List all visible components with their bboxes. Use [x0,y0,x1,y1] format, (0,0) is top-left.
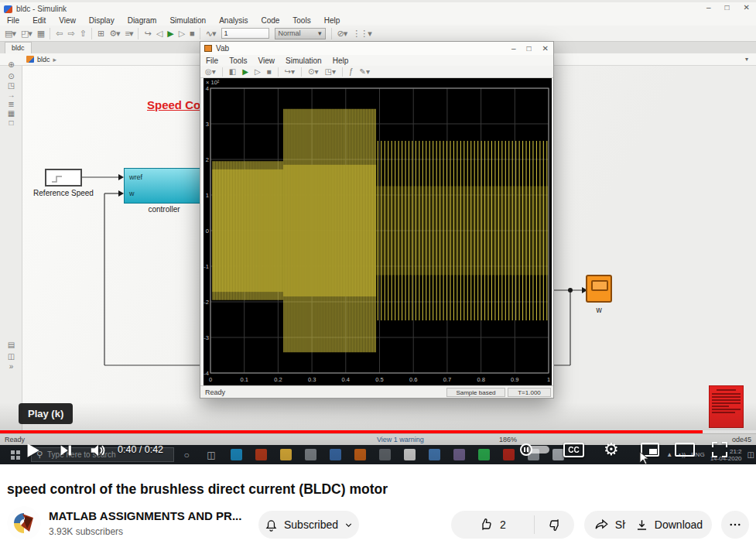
scope-block-w[interactable] [586,275,612,303]
channel-name[interactable]: MATLAB ASSIGNMENTS AND PR... [49,509,241,522]
model-settings-icon[interactable]: ≡▾ [125,29,133,39]
open-model-icon[interactable]: ◰▾ [21,29,32,39]
disable-icon[interactable]: ⊘▾ [337,29,347,39]
scope-block-screen [591,280,608,291]
scope-window-buttons: – □ ✕ [511,44,549,53]
scope-menu-item-help[interactable]: Help [333,56,349,65]
svg-text:0.3: 0.3 [308,376,316,383]
breadcrumb-arrow-icon: ▸ [53,56,57,63]
svg-text:0.2: 0.2 [274,376,282,383]
svg-text:-1: -1 [204,263,209,270]
fullscreen-button[interactable] [712,442,727,457]
signal-icon[interactable]: ∿▾ [206,29,216,39]
bell-icon [264,518,279,532]
next-button[interactable] [57,442,74,459]
annotation-icon[interactable]: ≣ [5,100,18,108]
menu-item-diagram[interactable]: Diagram [128,16,157,25]
signal-route-icon[interactable]: → [5,91,18,99]
area-icon[interactable]: □ [5,118,18,127]
run-icon[interactable]: ▶ [167,29,173,39]
scope-fit-view-icon[interactable]: ◳▾ [324,67,335,76]
scope-trigger-icon[interactable]: ƒ [349,67,354,76]
sim-mode-select[interactable]: Normal▾ [275,28,326,39]
zoom-icon[interactable]: ⊙ [5,72,18,80]
layout-icon[interactable]: ⋮⋮▾ [352,29,371,39]
menu-item-view[interactable]: View [59,16,76,25]
new-model-icon[interactable]: ▤▾ [5,29,15,39]
autoplay-toggle[interactable] [520,443,551,456]
forward-icon[interactable]: ⇨ [67,29,74,39]
fit-view-icon[interactable]: ◳ [5,81,18,90]
library-browser-icon[interactable]: ⊞ [97,29,104,39]
stop-icon[interactable]: ■ [190,29,194,38]
menu-item-display[interactable]: Display [89,16,115,25]
menu-item-help[interactable]: Help [324,16,340,25]
channel-avatar[interactable] [7,506,41,540]
subscribed-button[interactable]: Subscribed [258,511,359,539]
menu-item-file[interactable]: File [7,16,19,25]
chevron-down-icon [344,520,354,530]
maximize-icon[interactable]: □ [527,44,532,53]
simulink-app-icon [4,5,12,13]
image-icon[interactable]: ▦ [5,109,18,118]
scope-window[interactable]: Vab – □ ✕ FileToolsViewSimulationHelp ◎▾… [200,41,554,399]
close-icon[interactable]: ✕ [542,44,549,53]
more-tools-icon[interactable]: » [5,362,18,371]
breadcrumb-dropdown-icon[interactable]: ▾ [745,56,748,63]
up-icon[interactable]: ⇧ [80,29,86,39]
dislike-button[interactable] [534,511,574,539]
scope-menu-item-view[interactable]: View [258,56,275,65]
step-back-icon[interactable]: ◁ [156,29,162,39]
scope-menu-item-file[interactable]: File [206,56,218,65]
theater-button[interactable] [675,443,695,457]
step-signal-icon [51,174,63,183]
scope-settings-icon[interactable]: ◎▾ [205,67,216,76]
subtitles-button[interactable]: CC [563,443,584,457]
close-icon[interactable]: ✕ [744,3,750,12]
scope-measurements-icon[interactable]: ✎▾ [360,67,370,76]
simulink-menubar: FileEditViewDisplayDiagramSimulationAnal… [0,15,756,26]
scope-app-icon [204,45,212,52]
scope-step-forward-icon[interactable]: ▷ [255,67,261,76]
scope-run-icon[interactable]: ▶ [242,67,248,76]
reference-speed-block[interactable] [45,169,82,187]
maximize-icon[interactable]: □ [725,3,730,12]
scope-snapshot-icon[interactable]: ◧ [229,67,236,76]
share-icon [594,517,610,532]
hide-explorer-icon[interactable]: ⊕ [5,60,18,69]
goto-icon[interactable]: ↪ [144,29,150,39]
play-button[interactable] [22,440,42,460]
scope-status-sample: Sample based [446,388,505,397]
model-tab-bldc[interactable]: bldc [5,42,32,53]
settings-button[interactable]: ⚙ [604,440,619,460]
menu-item-analysis[interactable]: Analysis [219,16,248,25]
back-icon[interactable]: ⇦ [56,29,62,39]
scope-zoom-icon[interactable]: ⊙▾ [308,67,318,76]
save-icon[interactable]: ▦ [37,29,44,39]
menu-item-edit[interactable]: Edit [32,16,46,25]
scope-toolbar: ◎▾ ◧ ▶ ▷ ■ ↪▾ ⊙▾ ◳▾ ƒ ✎▾ [200,66,553,78]
configuration-icon[interactable]: ⚙▾ [109,29,119,39]
more-actions-button[interactable] [721,511,749,539]
simulink-toolbar: ▤▾ ◰▾ ▦ ⇦ ⇨ ⇧ ⊞ ⚙▾ ≡▾ ↪ ◁ ▶ ▷ ■ ∿▾ 1 Nor… [0,26,756,42]
progress-bar[interactable] [0,430,756,433]
stop-time-input[interactable]: 1 [221,28,269,39]
controller-block[interactable]: wref w [124,168,204,204]
video-player[interactable]: bldc - Simulink – □ ✕ FileEditViewDispla… [0,0,756,464]
scope-menu-item-simulation[interactable]: Simulation [286,56,322,65]
minimize-icon[interactable]: – [706,3,711,12]
step-forward-icon[interactable]: ▷ [179,29,184,39]
scope-highlight-icon[interactable]: ↪▾ [285,67,295,76]
minimize-icon[interactable]: – [511,44,516,53]
menu-item-code[interactable]: Code [261,16,279,25]
split-icon[interactable]: ◫ [5,352,18,361]
menu-item-simulation[interactable]: Simulation [169,16,206,25]
scope-menu-item-tools[interactable]: Tools [229,56,247,65]
scope-statusbar: Ready Sample based T=1.000 [200,385,553,398]
scope-stop-icon[interactable]: ■ [267,67,272,76]
viewer-icon[interactable]: ▤ [5,341,18,349]
mute-button[interactable] [88,442,107,459]
download-button[interactable]: Download [625,511,712,539]
like-button[interactable]: 2 [451,511,534,539]
menu-item-tools[interactable]: Tools [292,16,310,25]
